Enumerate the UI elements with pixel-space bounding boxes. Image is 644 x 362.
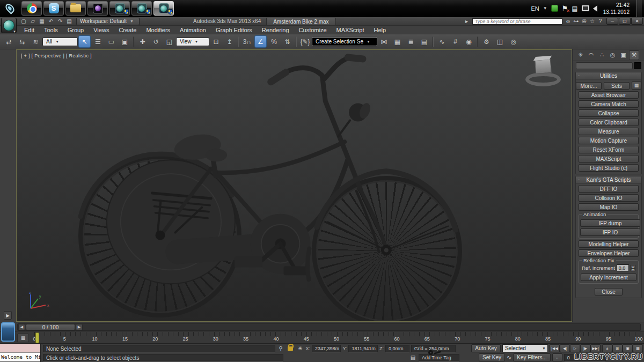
show-desktop-button[interactable] <box>636 0 642 17</box>
go-to-start-button[interactable]: |◀◀ <box>550 344 560 352</box>
tab-motion[interactable]: ◎ <box>608 50 618 60</box>
selection-lock-icon[interactable] <box>288 346 293 351</box>
object-name-field[interactable] <box>576 62 633 69</box>
menu-item[interactable]: Animation <box>175 27 211 33</box>
separator[interactable] <box>477 36 478 47</box>
help-icon[interactable]: ? <box>596 18 604 25</box>
viewport-layout-tab-button[interactable] <box>1 322 15 342</box>
named-selection-sets-button[interactable]: {✎} <box>299 35 311 48</box>
gta-script-button[interactable]: Collision IO <box>579 194 639 202</box>
tab-utilities[interactable]: ⚒ <box>629 50 639 60</box>
menu-item[interactable]: Help <box>369 27 391 33</box>
previous-frame-button[interactable]: ◀| <box>560 344 570 352</box>
new-scene-button[interactable]: ▢ <box>19 18 28 25</box>
next-frame-button[interactable]: |▶ <box>580 344 590 352</box>
utility-button[interactable]: Collapse <box>579 109 639 117</box>
action-center-flag-icon[interactable]: ⚑ <box>562 4 568 12</box>
viewcube[interactable] <box>524 56 563 88</box>
zoom-button[interactable]: ± <box>602 344 612 352</box>
menu-item[interactable]: Customize <box>294 27 332 33</box>
language-indicator[interactable]: EN <box>531 5 539 12</box>
menu-item[interactable]: Create <box>114 27 141 33</box>
menu-item[interactable]: Tools <box>39 27 63 33</box>
render-production-button[interactable]: ◎ <box>507 35 519 48</box>
render-setup-button[interactable]: ⚙ <box>480 35 493 48</box>
configure-button-sets-button[interactable]: ▦ <box>632 82 641 90</box>
tab-create[interactable]: ✳ <box>575 50 586 60</box>
listener-output-row[interactable]: Welcome to Mi <box>0 353 40 361</box>
curve-editor-button[interactable]: ∿ <box>436 35 448 48</box>
antivirus-tray-icon[interactable] <box>551 5 558 12</box>
next-frame-arrow[interactable]: ▶ <box>76 324 83 330</box>
x-coordinate-field[interactable]: 2347,398m <box>312 345 341 352</box>
go-to-end-button[interactable]: ▶▶| <box>590 344 601 352</box>
select-and-link-button[interactable]: ⇄ <box>3 35 15 48</box>
taskbar-app-shield-2[interactable] <box>131 1 152 16</box>
select-and-rotate-button[interactable]: ↺ <box>150 35 162 48</box>
sets-button[interactable]: Sets <box>604 82 630 90</box>
open-file-button[interactable]: ▱ <box>28 18 37 25</box>
taskbar-app-file-manager[interactable] <box>65 1 86 16</box>
utility-button[interactable]: Motion Capture <box>579 137 639 144</box>
tab-hierarchy[interactable]: ∴ <box>597 50 607 60</box>
key-mode-toggle-button[interactable]: ↔ <box>552 353 562 361</box>
material-editor-button[interactable]: ◉ <box>463 35 475 48</box>
subscription-key-icon[interactable]: ⊶ <box>572 18 580 25</box>
key-filters-button[interactable]: Key Filters... <box>513 353 551 361</box>
search-button[interactable]: ∞ <box>564 18 572 25</box>
taskbar-app-skype[interactable]: S <box>43 1 64 16</box>
separator[interactable] <box>133 36 134 47</box>
close-button[interactable]: ✕ <box>631 18 643 25</box>
mini-curve-editor-button[interactable]: ▦ <box>17 334 29 342</box>
use-pivot-center-button[interactable]: ⊡ <box>210 35 222 48</box>
viewport-layout-flyout-button[interactable]: ▶ <box>4 311 12 320</box>
utility-button[interactable]: Reset XForm <box>579 146 639 153</box>
percent-snap-button[interactable]: % <box>268 35 280 48</box>
apply-increment-button[interactable]: Apply increment <box>581 274 636 281</box>
clipboard-tray-icon[interactable]: ▤ <box>572 5 577 12</box>
rendered-frame-button[interactable]: ◫ <box>494 35 506 48</box>
ref-increment-spinner[interactable]: ▲▼ <box>631 265 635 271</box>
redo-button[interactable]: ↷ <box>56 18 64 25</box>
isolate-selection-icon[interactable]: ⚲ <box>277 345 284 351</box>
maxscript-mini-listener[interactable]: Welcome to Mi <box>0 344 41 362</box>
menu-item[interactable]: Views <box>89 27 114 33</box>
tray-expand-icon[interactable]: ▼ <box>543 6 547 11</box>
select-object-button[interactable]: ↖ <box>78 35 91 48</box>
set-key-button[interactable]: Set Key <box>479 353 505 361</box>
select-and-move-button[interactable]: ✚ <box>136 35 149 48</box>
layer-manager-button[interactable]: ≣ <box>405 35 417 48</box>
gta-scripts-rollout-header[interactable]: - Kam's GTA Scripts <box>576 176 641 183</box>
perspective-viewport[interactable]: [ + ] [ Perspective ] [ Realistic ] <box>16 49 572 322</box>
application-menu-button[interactable]: ▼ <box>1 18 17 33</box>
helper-button[interactable]: Envelopes Helper <box>579 249 639 257</box>
align-button[interactable]: ▦ <box>391 35 404 48</box>
spinner-snap-button[interactable]: ⇅ <box>281 35 294 48</box>
menu-item[interactable]: Group <box>63 27 89 33</box>
zoom-extents-all-button[interactable]: ▩ <box>633 344 643 352</box>
flame-logo-icon[interactable] <box>3 2 17 16</box>
utility-button[interactable]: Measure <box>579 128 639 135</box>
workspace-dropdown[interactable]: Workspace: Default ▼ <box>76 18 140 25</box>
taskbar-clock[interactable]: 21:42 13.11.2012 <box>603 2 630 16</box>
time-tag-clipboard-icon[interactable]: ▤ <box>409 354 417 360</box>
snap-toggle-3d-button[interactable]: 3∩ <box>241 35 253 48</box>
new-key-settings-icon[interactable]: ∿ <box>507 354 511 361</box>
animation-button[interactable]: IFP dump <box>580 219 640 227</box>
separator[interactable] <box>296 36 297 47</box>
utility-button[interactable]: MAXScript <box>579 155 639 162</box>
tab-modify[interactable]: ◠ <box>586 50 596 60</box>
y-coordinate-field[interactable]: 1811,941m <box>348 345 377 352</box>
favorites-star-icon[interactable]: ☆ <box>588 18 596 25</box>
rectangular-selection-button[interactable]: ▭ <box>105 35 118 48</box>
search-history-icon[interactable]: ▸ <box>463 18 471 25</box>
viewcube-cube[interactable] <box>535 59 552 74</box>
tab-display[interactable]: ▣ <box>618 50 628 60</box>
named-selection-set-dropdown[interactable]: Create Selection Se ▼ <box>312 37 377 46</box>
viewcube-compass-ring[interactable] <box>525 72 561 86</box>
volume-tray-icon[interactable] <box>593 5 597 12</box>
unlink-selection-button[interactable]: ⇆ <box>16 35 28 48</box>
save-file-button[interactable]: ▦ <box>38 18 46 25</box>
select-by-name-button[interactable]: ☰ <box>92 35 104 48</box>
zoom-extents-button[interactable]: ▣ <box>623 344 633 352</box>
